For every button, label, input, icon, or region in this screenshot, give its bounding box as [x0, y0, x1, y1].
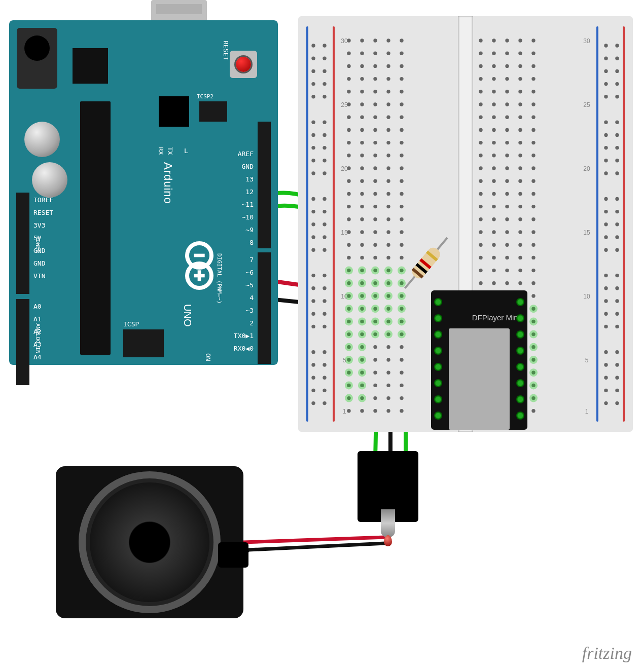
svg-point-217	[373, 179, 377, 183]
svg-point-228	[505, 192, 509, 196]
svg-point-175	[360, 128, 364, 132]
digital-header-1[interactable]	[258, 122, 271, 248]
svg-point-152	[531, 90, 535, 93]
svg-point-56	[615, 57, 619, 60]
svg-point-182	[531, 128, 535, 132]
svg-point-430	[371, 330, 379, 339]
svg-point-229	[386, 192, 390, 196]
svg-point-151	[400, 90, 403, 93]
svg-point-236	[492, 205, 495, 208]
svg-point-147	[373, 90, 377, 93]
svg-point-128	[505, 64, 509, 68]
svg-point-218	[505, 179, 509, 183]
svg-point-4	[323, 44, 326, 47]
svg-point-261	[400, 230, 403, 234]
svg-point-434	[358, 343, 366, 351]
svg-point-170	[518, 116, 522, 119]
svg-point-92	[615, 325, 619, 328]
svg-point-80	[615, 235, 619, 239]
svg-point-292	[531, 269, 535, 272]
svg-point-132	[531, 64, 535, 68]
dfplayer-mini-module[interactable]: DFPlayer Mini	[431, 290, 527, 430]
svg-point-146	[492, 90, 495, 93]
icsp-label: ICSP	[123, 320, 139, 328]
svg-point-136	[492, 77, 495, 81]
svg-point-115	[360, 52, 364, 55]
svg-point-442	[358, 394, 366, 402]
svg-point-172	[531, 116, 535, 119]
svg-point-198	[505, 154, 509, 157]
digital-header-2[interactable]	[258, 252, 271, 364]
svg-point-52	[323, 401, 326, 405]
svg-point-60	[615, 82, 619, 86]
svg-point-162	[531, 102, 535, 106]
svg-point-37	[311, 299, 315, 303]
svg-point-166	[492, 116, 495, 119]
svg-point-168	[505, 116, 509, 119]
svg-point-161	[400, 102, 403, 106]
svg-point-57	[604, 69, 608, 73]
svg-point-359	[386, 358, 390, 361]
svg-point-23	[311, 197, 315, 201]
svg-point-202	[531, 154, 535, 157]
svg-point-133	[347, 77, 350, 81]
svg-point-21	[311, 171, 315, 175]
svg-point-81	[604, 248, 608, 252]
svg-point-425	[371, 317, 379, 325]
svg-point-171	[400, 116, 403, 119]
svg-point-121	[400, 52, 403, 55]
svg-point-94	[615, 350, 619, 354]
svg-point-76	[615, 210, 619, 213]
svg-point-196	[492, 154, 495, 157]
svg-point-22	[323, 171, 326, 175]
svg-point-232	[531, 192, 535, 196]
svg-point-130	[518, 64, 522, 68]
svg-point-126	[492, 64, 495, 68]
power-header[interactable]	[16, 193, 29, 294]
svg-point-222	[531, 179, 535, 183]
svg-point-35	[311, 286, 315, 290]
svg-point-379	[386, 384, 390, 387]
svg-point-71	[604, 171, 608, 175]
svg-point-251	[400, 217, 403, 221]
brand-label: Arduino	[161, 162, 174, 204]
svg-point-250	[518, 217, 522, 221]
svg-point-272	[531, 243, 535, 247]
sd-slot-icon	[449, 328, 510, 430]
svg-point-208	[505, 166, 509, 170]
svg-point-90	[615, 312, 619, 316]
svg-point-195	[360, 154, 364, 157]
svg-point-275	[360, 256, 364, 259]
svg-point-381	[400, 384, 403, 387]
svg-point-6	[323, 57, 326, 60]
svg-point-268	[505, 243, 509, 247]
svg-point-424	[358, 317, 366, 325]
svg-point-124	[479, 64, 482, 68]
svg-point-269	[386, 243, 390, 247]
speaker	[56, 466, 243, 618]
svg-point-209	[386, 166, 390, 170]
svg-point-27	[311, 222, 315, 226]
arduino-logo-icon	[179, 233, 220, 294]
svg-point-144	[479, 90, 482, 93]
analog-header[interactable]	[16, 299, 29, 385]
svg-point-231	[400, 192, 403, 196]
svg-point-30	[323, 235, 326, 239]
svg-point-63	[604, 121, 608, 124]
svg-point-137	[373, 77, 377, 81]
svg-point-193	[347, 154, 350, 157]
svg-point-220	[518, 179, 522, 183]
svg-point-259	[386, 230, 390, 234]
svg-point-200	[518, 154, 522, 157]
svg-point-97	[604, 376, 608, 380]
svg-point-267	[373, 243, 377, 247]
audio-jack[interactable]	[358, 451, 418, 522]
svg-point-167	[373, 116, 377, 119]
svg-point-100	[615, 389, 619, 392]
svg-point-79	[604, 235, 608, 239]
svg-point-403	[345, 267, 353, 275]
svg-point-190	[518, 141, 522, 144]
svg-point-239	[386, 205, 390, 208]
svg-point-230	[518, 192, 522, 196]
reset-button[interactable]	[230, 51, 257, 78]
